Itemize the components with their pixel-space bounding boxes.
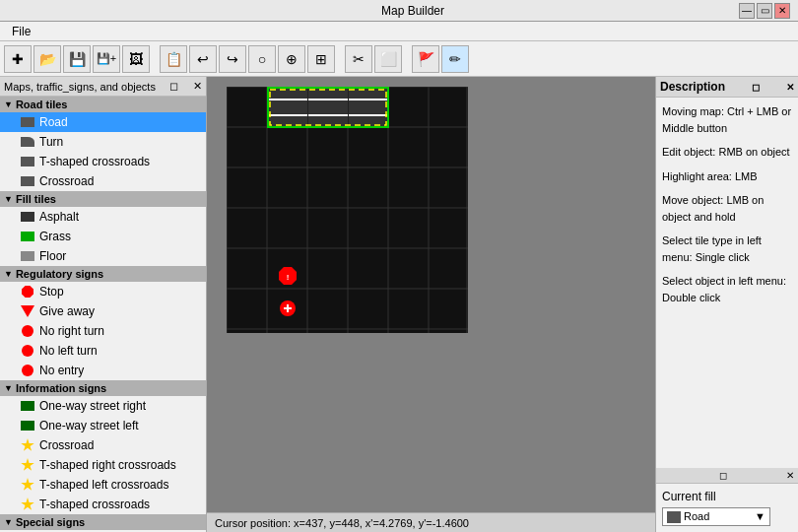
category-road-tiles[interactable]: ▼ Road tiles bbox=[0, 97, 206, 112]
tree-item-give-away[interactable]: Give away bbox=[0, 301, 206, 321]
flag-button[interactable]: 🚩 bbox=[412, 45, 439, 73]
floor-icon bbox=[20, 248, 35, 264]
right-panel-btn1[interactable]: ◻ bbox=[752, 82, 760, 93]
tree-item-no-right-turn[interactable]: No right turn bbox=[0, 321, 206, 341]
category-fill-tiles[interactable]: ▼ Fill tiles bbox=[0, 191, 206, 207]
canvas-area[interactable]: ! Cursor position: x=437, y=448, x'=4.27… bbox=[207, 77, 655, 532]
fill-dropdown[interactable]: Road ▼ bbox=[662, 507, 770, 526]
stop-icon bbox=[20, 284, 35, 299]
tree-item-grass[interactable]: Grass bbox=[0, 227, 206, 246]
category-information-arrow: ▼ bbox=[4, 383, 13, 393]
layers-button[interactable]: ⊞ bbox=[307, 45, 335, 73]
new-button[interactable]: ✚ bbox=[4, 45, 32, 73]
window-title: Map Builder bbox=[87, 4, 739, 18]
svg-rect-21 bbox=[349, 88, 388, 127]
tree-item-tshaped[interactable]: T-shaped crossroads bbox=[0, 152, 206, 171]
tree-item-oneway-right-label: One-way street right bbox=[39, 399, 146, 413]
cut-button[interactable]: ✂ bbox=[345, 45, 372, 73]
tshaped-right-icon bbox=[20, 457, 35, 473]
category-fill-tiles-arrow: ▼ bbox=[4, 194, 13, 204]
grass-icon bbox=[20, 229, 35, 244]
tree-item-no-entry-label: No entry bbox=[39, 364, 84, 377]
category-fill-tiles-label: Fill tiles bbox=[16, 193, 56, 205]
toolbar: ✚ 📂 💾 💾+ 🖼 📋 ↩ ↪ ○ ⊕ ⊞ ✂ ⬜ 🚩 ✏ bbox=[0, 41, 798, 77]
tree-item-oneway-right[interactable]: One-way street right bbox=[0, 396, 206, 416]
tree-item-crossroad-info[interactable]: Crossroad bbox=[0, 435, 206, 455]
desc-para-1: Edit object: RMB on object bbox=[662, 144, 792, 161]
tree-item-tshaped-right[interactable]: T-shaped right crossroads bbox=[0, 455, 206, 475]
tshaped-icon bbox=[20, 154, 35, 169]
left-panel-btn1[interactable]: ◻ bbox=[169, 80, 178, 93]
tree-item-floor[interactable]: Floor bbox=[0, 246, 206, 266]
tree-item-asphalt[interactable]: Asphalt bbox=[0, 207, 206, 227]
category-information[interactable]: ▼ Information signs bbox=[0, 380, 206, 396]
turn-icon bbox=[20, 134, 35, 150]
oneway-left-icon bbox=[20, 418, 35, 433]
maximize-button[interactable]: ▭ bbox=[757, 3, 772, 19]
svg-rect-18 bbox=[308, 88, 348, 127]
category-regulatory-arrow: ▼ bbox=[4, 269, 13, 279]
close-button[interactable]: ✕ bbox=[774, 3, 790, 19]
paste-button[interactable]: 📋 bbox=[160, 45, 187, 73]
right-panel: Description ◻ ✕ Moving map: Ctrl + LMB o… bbox=[655, 77, 798, 532]
tree-item-tshaped-info[interactable]: T-shaped crossroads bbox=[0, 495, 206, 514]
map-container[interactable]: ! bbox=[227, 87, 468, 336]
current-fill-btn2[interactable]: ✕ bbox=[786, 470, 794, 481]
minimize-button[interactable]: — bbox=[739, 3, 755, 19]
give-away-icon bbox=[20, 303, 35, 319]
map-svg[interactable] bbox=[227, 87, 468, 333]
left-panel-btn2[interactable]: ✕ bbox=[193, 80, 202, 93]
main-layout: Maps, traffic_signs, and objects ◻ ✕ ▼ R… bbox=[0, 77, 798, 532]
open-button[interactable]: 📂 bbox=[33, 45, 61, 73]
save-button[interactable]: 💾 bbox=[63, 45, 91, 73]
location-button[interactable]: ⊕ bbox=[278, 45, 305, 73]
tree-item-crossroad[interactable]: Crossroad bbox=[0, 171, 206, 191]
left-panel: Maps, traffic_signs, and objects ◻ ✕ ▼ R… bbox=[0, 77, 207, 532]
left-panel-header: Maps, traffic_signs, and objects ◻ ✕ bbox=[0, 77, 206, 97]
image-button[interactable]: 🖼 bbox=[122, 45, 150, 73]
oneway-right-icon bbox=[20, 398, 35, 414]
desc-para-3: Move object: LMB on object and hold bbox=[662, 192, 792, 225]
tree-item-tshaped-label: T-shaped crossroads bbox=[39, 155, 150, 168]
no-left-turn-icon bbox=[20, 343, 35, 359]
tree-item-no-entry[interactable]: No entry bbox=[0, 361, 206, 380]
tree-item-road[interactable]: Road bbox=[0, 112, 206, 132]
saveas-button[interactable]: 💾+ bbox=[93, 45, 120, 73]
tree-item-tshaped-right-label: T-shaped right crossroads bbox=[39, 458, 176, 472]
circle-button[interactable]: ○ bbox=[248, 45, 276, 73]
stop-sign-object[interactable]: ! bbox=[279, 267, 297, 285]
tree-item-floor-label: Floor bbox=[39, 249, 66, 263]
pick-button[interactable]: ✏ bbox=[441, 45, 469, 73]
tree-item-no-left-turn[interactable]: No left turn bbox=[0, 341, 206, 361]
crossroad-info-icon bbox=[20, 437, 35, 453]
current-fill-label: Current fill bbox=[662, 490, 792, 503]
current-fill-body: Current fill Road ▼ bbox=[656, 484, 798, 532]
tree-item-tshaped-info-label: T-shaped crossroads bbox=[39, 498, 150, 511]
tree-item-road-label: Road bbox=[39, 115, 68, 129]
tree-item-tshaped-left[interactable]: T-shaped left crossroads bbox=[0, 475, 206, 495]
menu-file[interactable]: File bbox=[4, 22, 38, 40]
category-regulatory[interactable]: ▼ Regulatory signs bbox=[0, 266, 206, 282]
fill-value: Road bbox=[684, 510, 709, 522]
category-special[interactable]: ▼ Special signs bbox=[0, 514, 206, 530]
right-panel-btn2[interactable]: ✕ bbox=[786, 82, 794, 93]
copy-button[interactable]: ⬜ bbox=[374, 45, 402, 73]
svg-text:!: ! bbox=[287, 273, 290, 282]
tree-item-asphalt-label: Asphalt bbox=[39, 210, 79, 224]
left-panel-title: Maps, traffic_signs, and objects bbox=[4, 81, 156, 93]
right-panel-header: Description ◻ ✕ bbox=[656, 77, 798, 98]
category-information-label: Information signs bbox=[16, 382, 106, 394]
tree-item-stop[interactable]: Stop bbox=[0, 282, 206, 301]
title-bar: Map Builder — ▭ ✕ bbox=[0, 0, 798, 22]
tree-item-stop-label: Stop bbox=[39, 285, 64, 299]
redo-button[interactable]: ↪ bbox=[219, 45, 246, 73]
menu-bar: File bbox=[0, 22, 798, 41]
current-fill-btn1[interactable]: ◻ bbox=[719, 470, 727, 481]
desc-para-0: Moving map: Ctrl + LMB or Middle button bbox=[662, 103, 792, 136]
undo-button[interactable]: ↩ bbox=[189, 45, 217, 73]
tree-item-oneway-left[interactable]: One-way street left bbox=[0, 416, 206, 435]
svg-rect-15 bbox=[268, 88, 307, 127]
tree-item-turn[interactable]: Turn bbox=[0, 132, 206, 152]
window-controls[interactable]: — ▭ ✕ bbox=[739, 3, 790, 19]
fill-select[interactable]: Road ▼ bbox=[662, 507, 792, 526]
